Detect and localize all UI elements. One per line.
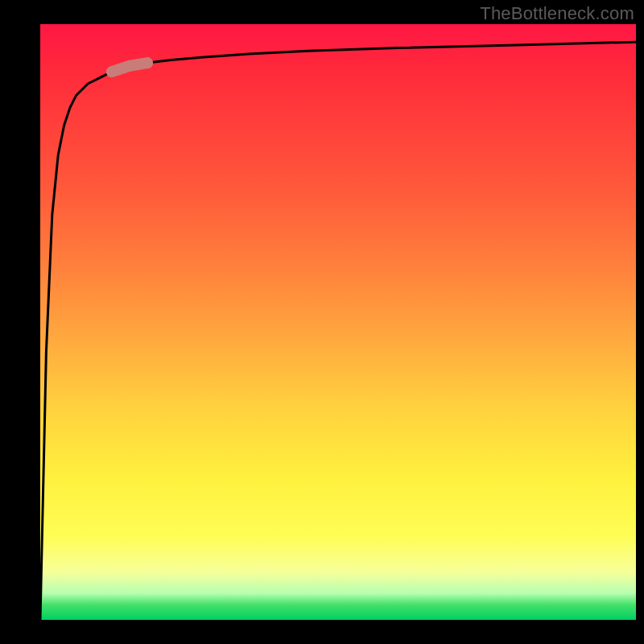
main-curve-path	[40, 42, 636, 620]
highlight-segment-path	[112, 63, 147, 72]
watermark-text: TheBottleneck.com	[480, 3, 634, 24]
chart-frame: TheBottleneck.com	[0, 0, 644, 644]
plot-area	[40, 24, 636, 620]
curve-layer	[40, 24, 636, 620]
